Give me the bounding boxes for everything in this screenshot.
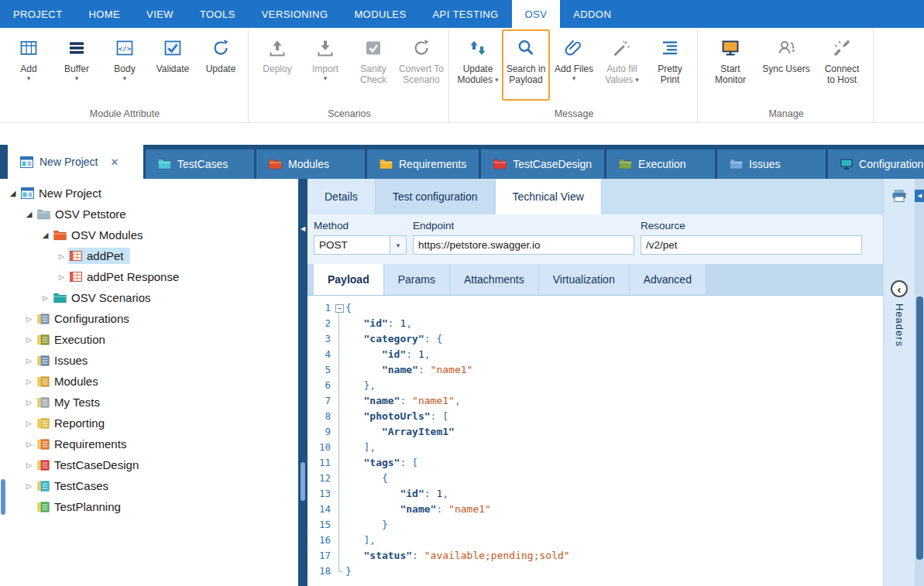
tab-virtualization[interactable]: Virtualization — [539, 264, 630, 295]
tab-params[interactable]: Params — [384, 264, 450, 295]
tree-node[interactable]: TestCaseDesign — [36, 457, 145, 473]
tab-advanced[interactable]: Advanced — [630, 264, 706, 295]
menu-item-project[interactable]: PROJECT — [0, 0, 75, 28]
tree-node[interactable]: Issues — [36, 352, 94, 368]
fold-collapse-icon[interactable] — [333, 300, 345, 316]
expand-icon[interactable]: ▷ — [22, 315, 36, 323]
update-modules-button[interactable]: UpdateModules▾ — [454, 29, 502, 101]
import-button[interactable]: Import▾ — [301, 29, 349, 101]
splitter-grip[interactable] — [301, 462, 305, 501]
auto-fill-values-button[interactable]: Auto fillValues▾ — [598, 29, 646, 101]
tree-item-osv-petstore[interactable]: ◢OSV Petstore — [0, 204, 298, 224]
menu-item-modules[interactable]: MODULES — [341, 0, 419, 28]
expand-icon[interactable]: ▷ — [22, 440, 36, 448]
pretty-print-button[interactable]: PrettyPrint — [646, 29, 694, 101]
tab-testcases[interactable]: TestCases — [146, 149, 254, 179]
menu-item-osv[interactable]: OSV — [512, 0, 561, 28]
tree-item-issues[interactable]: ▷Issues — [0, 350, 298, 371]
payload-editor[interactable]: 1{2 "id": 1,3 "category": {4 "id": 1,5 "… — [307, 296, 883, 586]
tree-node[interactable]: Modules — [36, 373, 105, 389]
tab-details[interactable]: Details — [307, 179, 376, 214]
expand-icon[interactable]: ▷ — [22, 336, 36, 344]
expand-icon[interactable]: ▷ — [22, 461, 36, 469]
endpoint-input[interactable] — [413, 235, 634, 255]
tab-issues[interactable]: Issues — [717, 149, 826, 179]
connect-to-host-button[interactable]: Connectto Host — [814, 29, 870, 101]
tree-node[interactable]: addPet — [68, 248, 130, 264]
buffer-button[interactable]: Buffer▾ — [53, 29, 101, 101]
tree-item-execution[interactable]: ▷Execution — [0, 329, 298, 350]
expand-icon[interactable]: ▷ — [55, 252, 68, 260]
collapse-icon[interactable]: ◢ — [22, 210, 36, 218]
body-button[interactable]: </>Body▾ — [101, 29, 149, 101]
scroll-collapse-icon[interactable]: ◀ — [915, 190, 924, 202]
close-icon[interactable]: ✕ — [110, 156, 119, 168]
expand-icon[interactable]: ▷ — [39, 294, 52, 302]
expand-icon[interactable]: ▷ — [22, 482, 36, 490]
tab-technical-view[interactable]: Technical View — [496, 179, 602, 214]
expand-icon[interactable]: ▷ — [55, 273, 68, 281]
tab-payload[interactable]: Payload — [314, 264, 384, 295]
collapse-icon[interactable]: ◢ — [39, 231, 52, 239]
tree-node[interactable]: addPet Response — [68, 269, 185, 285]
expand-headers-button[interactable]: ‹ — [891, 280, 908, 297]
tree-item-modules[interactable]: ▷Modules — [0, 371, 298, 392]
deploy-button[interactable]: Deploy — [253, 29, 301, 101]
chevron-down-icon[interactable]: ▾ — [572, 74, 576, 82]
update-button[interactable]: Update — [197, 29, 245, 101]
tree-node[interactable]: My Tests — [36, 394, 106, 410]
add-button[interactable]: Add▾ — [5, 29, 53, 101]
collapse-left-icon[interactable]: ◀ — [298, 225, 307, 232]
menu-item-tools[interactable]: TOOLS — [187, 0, 249, 28]
add-files-button[interactable]: Add Files▾ — [550, 29, 598, 101]
chevron-down-icon[interactable]: ▾ — [390, 236, 406, 254]
expand-icon[interactable]: ▷ — [22, 420, 36, 427]
resource-input[interactable] — [641, 235, 862, 255]
method-select[interactable]: POST ▾ — [314, 235, 407, 255]
tree-node[interactable]: Requirements — [36, 436, 132, 452]
menu-item-api-testing[interactable]: API TESTING — [419, 0, 511, 28]
expand-icon[interactable]: ▷ — [22, 357, 36, 365]
expand-icon[interactable]: ▷ — [22, 399, 36, 406]
tree-item-new-project[interactable]: ◢New Project — [0, 183, 298, 204]
chevron-down-icon[interactable]: ▾ — [324, 74, 328, 82]
menu-item-view[interactable]: VIEW — [133, 0, 187, 28]
print-icon[interactable] — [891, 189, 907, 206]
expand-icon[interactable]: ▷ — [22, 378, 36, 386]
tree-item-testcasedesign[interactable]: ▷TestCaseDesign — [0, 454, 298, 475]
tree-node[interactable]: OSV Scenarios — [52, 290, 157, 306]
scrollbar-thumb[interactable] — [916, 296, 923, 560]
tree-item-osv-scenarios[interactable]: ▷OSV Scenarios — [0, 287, 298, 308]
menu-item-addon[interactable]: ADDON — [560, 0, 624, 28]
sanity-check-button[interactable]: SanityCheck — [349, 29, 397, 101]
menu-item-home[interactable]: HOME — [75, 0, 133, 28]
tab-testcasedesign[interactable]: TestCaseDesign — [481, 149, 604, 179]
search-in-payload-button[interactable]: Search inPayload — [502, 29, 550, 101]
chevron-down-icon[interactable]: ▾ — [75, 74, 79, 82]
tab-execution[interactable]: Execution — [606, 149, 715, 179]
collapse-icon[interactable]: ◢ — [6, 189, 19, 197]
tree-item-reporting[interactable]: ▷Reporting — [0, 413, 298, 434]
tree-item-configurations[interactable]: ▷Configurations — [0, 308, 298, 329]
tab-configuration[interactable]: Configuration — [828, 149, 924, 179]
vertical-scrollbar[interactable]: ◀ — [915, 179, 924, 586]
tree-item-testcases[interactable]: ▷TestCases — [0, 475, 298, 496]
sync-users-button[interactable]: Sync Users — [758, 29, 814, 101]
panel-splitter[interactable]: ◀ — [298, 179, 307, 586]
tree-node[interactable]: TestPlanning — [36, 499, 127, 515]
tree-item-addpet[interactable]: ▷addPet — [0, 245, 298, 266]
tree-node[interactable]: Configurations — [36, 310, 136, 327]
tab-test-configuration[interactable]: Test configuration — [376, 179, 496, 214]
chevron-down-icon[interactable]: ▾ — [495, 76, 499, 84]
chevron-down-icon[interactable]: ▾ — [27, 74, 31, 82]
tree-node[interactable]: Reporting — [36, 415, 111, 431]
tree-item-testplanning[interactable]: TestPlanning — [0, 496, 298, 517]
tab-modules[interactable]: Modules — [256, 149, 365, 179]
tree-item-osv-modules[interactable]: ◢OSV Modules — [0, 224, 298, 245]
tree-item-requirements[interactable]: ▷Requirements — [0, 434, 298, 454]
tab-new-project[interactable]: New Project✕ — [8, 145, 143, 179]
menu-item-versioning[interactable]: VERSIONING — [249, 0, 342, 28]
tab-requirements[interactable]: Requirements — [367, 149, 479, 179]
tab-attachments[interactable]: Attachments — [450, 264, 539, 295]
tree-scrollbar-thumb[interactable] — [1, 479, 5, 515]
